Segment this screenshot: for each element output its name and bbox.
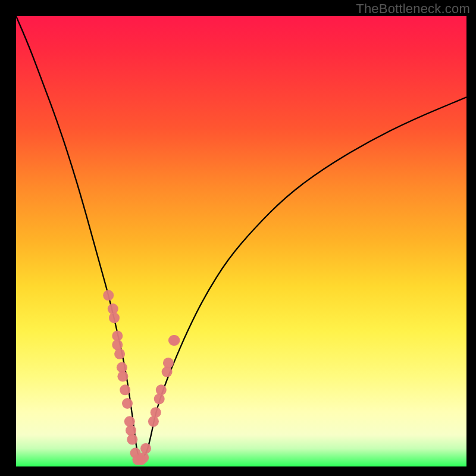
data-point	[151, 407, 161, 418]
data-point	[114, 349, 125, 359]
data-point	[162, 367, 173, 377]
data-point	[109, 312, 120, 323]
data-point	[108, 303, 118, 314]
data-point	[112, 340, 123, 350]
data-point	[140, 443, 151, 454]
data-point	[103, 290, 114, 300]
data-point	[156, 384, 167, 395]
data-point	[120, 384, 130, 395]
data-point	[170, 335, 180, 346]
plot-area	[16, 16, 466, 466]
data-point	[138, 452, 149, 463]
data-point	[122, 398, 133, 409]
bottleneck-curve	[16, 16, 466, 458]
data-point	[154, 393, 165, 404]
watermark-text: TheBottleneck.com	[356, 1, 470, 17]
data-point	[163, 358, 174, 368]
chart-frame: TheBottleneck.com	[0, 0, 476, 476]
chart-overlay	[16, 16, 466, 466]
data-point	[117, 371, 128, 382]
data-point	[148, 416, 159, 427]
data-point	[124, 416, 135, 427]
data-point	[127, 434, 137, 445]
data-point	[126, 425, 136, 436]
